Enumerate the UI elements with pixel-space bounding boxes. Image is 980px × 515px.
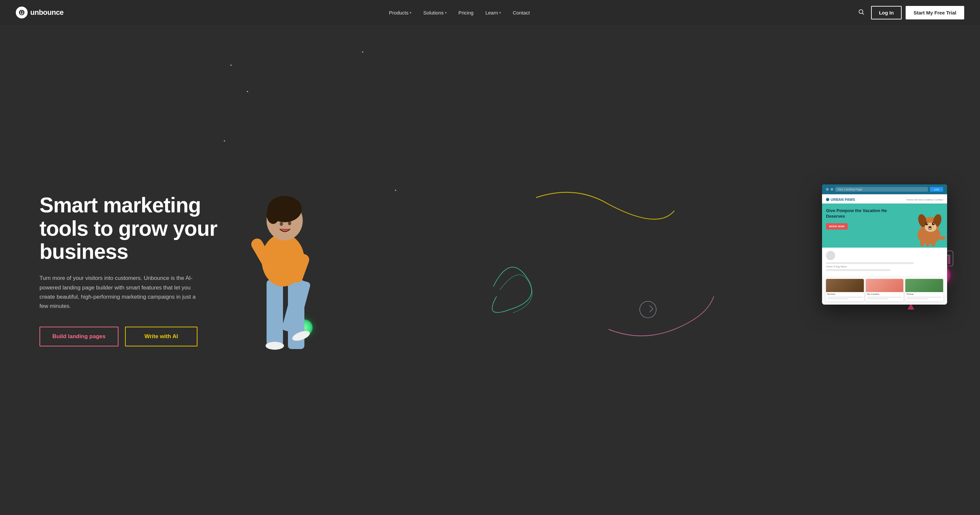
mockup-form-line: [826, 269, 891, 271]
mockup-owner-label: Owner & Dog Name: [826, 265, 943, 268]
hero-subtitle: Turn more of your visitors into customer…: [40, 274, 201, 311]
browser-dot: [830, 188, 833, 191]
card-image: [905, 279, 943, 292]
nav-actions: Log In Start My Free Trial: [855, 6, 964, 19]
svg-point-17: [288, 221, 291, 225]
svg-point-16: [280, 222, 283, 226]
chevron-down-icon: ▾: [499, 11, 501, 14]
svg-point-8: [266, 342, 284, 350]
mockup-dog-image: [904, 204, 947, 248]
navigation: unbounce Products ▾ Solutions ▾ Pricing …: [0, 0, 980, 25]
chevron-down-icon: ▾: [445, 11, 447, 14]
nav-link-contact[interactable]: Contact: [508, 7, 535, 18]
browser-dot: [826, 188, 829, 191]
unbounce-logo-svg: [18, 9, 25, 16]
svg-point-15: [267, 204, 280, 224]
svg-rect-7: [282, 279, 311, 333]
mockup-browser-header: Your Landing Page LIVE: [822, 184, 947, 194]
hero-content: Smart marketing tools to grow your busin…: [40, 194, 231, 346]
logo-icon: [16, 6, 28, 18]
mockup-publish-badge: LIVE: [930, 187, 943, 191]
mockup-brand-header: URBAN PAWS Home Services Gallery Contact: [822, 194, 947, 204]
trial-button[interactable]: Start My Free Trial: [906, 6, 964, 19]
person-illustration: [237, 181, 336, 359]
star-dot: [362, 51, 363, 53]
mockup-form-line: [826, 262, 914, 264]
mockup-cards-section: Services Our Location: [822, 276, 947, 305]
svg-rect-5: [267, 280, 283, 346]
mockup-hero: Give Powpow the Vacation He Deserves BOO…: [822, 204, 947, 248]
nav-links: Products ▾ Solutions ▾ Pricing Learn ▾ C…: [384, 7, 535, 18]
svg-point-2: [859, 10, 863, 13]
brand-name: unbounce: [30, 8, 64, 17]
card-image: [826, 279, 864, 292]
nav-item-products: Products ▾: [384, 7, 416, 18]
write-with-ai-button[interactable]: Write with AI: [125, 327, 197, 346]
card-line: [867, 298, 888, 299]
mockup-url-bar: Your Landing Page: [835, 187, 928, 191]
hero-illustration: Your Landing Page LIVE URBAN PAWS Home S…: [231, 171, 954, 369]
svg-point-38: [933, 223, 934, 224]
star-dot: [247, 91, 248, 92]
card-lines: [826, 296, 864, 301]
nav-item-contact: Contact: [508, 7, 535, 18]
mockup-hero-text: Give Powpow the Vacation He Deserves BOO…: [822, 204, 904, 248]
nav-link-products[interactable]: Products ▾: [384, 7, 416, 18]
nav-item-learn: Learn ▾: [481, 7, 506, 18]
login-button[interactable]: Log In: [871, 6, 902, 19]
mockup-card-pricing: Pricing: [905, 279, 943, 301]
svg-rect-24: [948, 255, 950, 264]
hero-title: Smart marketing tools to grow your busin…: [40, 194, 231, 263]
card-line: [827, 298, 848, 299]
svg-point-37: [927, 223, 928, 224]
chevron-down-icon: ▾: [410, 11, 411, 14]
svg-rect-29: [931, 239, 935, 246]
landing-page-mockup: Your Landing Page LIVE URBAN PAWS Home S…: [822, 184, 947, 305]
mockup-avatar: [826, 251, 835, 260]
svg-rect-28: [926, 240, 930, 246]
nav-link-solutions[interactable]: Solutions ▾: [418, 7, 451, 18]
logo-link[interactable]: unbounce: [16, 6, 64, 18]
svg-rect-30: [939, 236, 945, 240]
hero-buttons: Build landing pages Write with AI: [40, 327, 231, 346]
svg-point-1: [21, 10, 22, 11]
mockup-page-body: URBAN PAWS Home Services Gallery Contact…: [822, 194, 947, 305]
card-lines: [905, 296, 943, 301]
svg-point-4: [640, 301, 656, 318]
card-lines: [866, 296, 904, 301]
hero-section: Smart marketing tools to grow your busin…: [0, 25, 980, 515]
mockup-cta-button[interactable]: BOOK NOW: [826, 223, 848, 230]
build-landing-pages-button[interactable]: Build landing pages: [40, 327, 118, 346]
search-icon: [858, 8, 864, 15]
card-line: [907, 298, 928, 299]
mockup-nav-items: Home Services Gallery Contact: [906, 198, 943, 201]
mockup-form-section: Owner & Dog Name: [822, 248, 947, 276]
svg-rect-27: [920, 239, 924, 246]
nav-link-pricing[interactable]: Pricing: [454, 7, 478, 18]
mockup-card-location: Our Location: [866, 279, 904, 301]
card-line: [867, 297, 902, 298]
brand-logo-dot: [826, 198, 829, 201]
nav-item-pricing: Pricing: [454, 7, 478, 18]
svg-point-36: [932, 223, 935, 225]
mockup-card-services: Services: [826, 279, 864, 301]
svg-point-35: [925, 223, 928, 225]
star-dot: [231, 65, 232, 66]
card-line: [907, 297, 942, 298]
star-dot: [224, 140, 225, 142]
svg-line-3: [862, 13, 864, 14]
mockup-hero-title: Give Powpow the Vacation He Deserves: [826, 208, 900, 219]
search-button[interactable]: [855, 6, 867, 19]
nav-link-learn[interactable]: Learn ▾: [481, 7, 506, 18]
svg-point-39: [928, 226, 932, 228]
card-line: [827, 297, 862, 298]
nav-item-solutions: Solutions ▾: [418, 7, 451, 18]
card-image: [866, 279, 904, 292]
person-svg: [237, 181, 336, 359]
